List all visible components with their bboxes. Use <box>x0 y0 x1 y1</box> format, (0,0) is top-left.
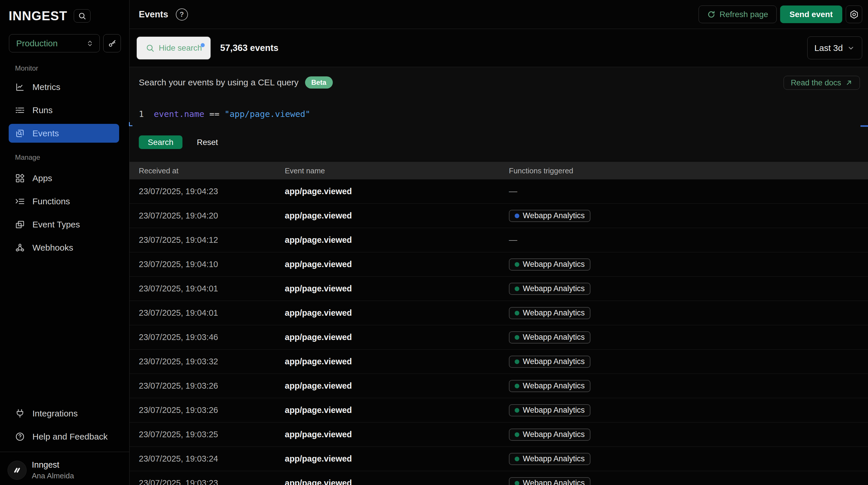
table-row[interactable]: 23/07/2025, 19:04:10 app/page.viewed Web… <box>129 252 868 277</box>
function-badge[interactable]: Webapp Analytics <box>509 258 590 270</box>
time-range-value: Last 3d <box>814 43 843 53</box>
event-name-cell: app/page.viewed <box>285 211 509 221</box>
search-icon <box>146 44 155 53</box>
cel-query-editor[interactable]: 1 event.name == "app/page.viewed" <box>139 109 310 119</box>
events-count: 57,363 events <box>220 43 278 53</box>
refresh-page-button[interactable]: Refresh page <box>699 5 777 23</box>
sidebar-item-metrics[interactable]: Metrics <box>9 78 119 96</box>
read-the-docs-button[interactable]: Read the docs <box>783 76 860 90</box>
event-name-cell: app/page.viewed <box>285 284 509 293</box>
column-received-at: Received at <box>139 166 285 175</box>
beta-badge: Beta <box>305 77 333 89</box>
key-icon <box>108 39 117 48</box>
sidebar-item-label: Functions <box>32 197 70 206</box>
table-row[interactable]: 23/07/2025, 19:03:32 app/page.viewed Web… <box>129 349 868 374</box>
sidebar-item-webhooks[interactable]: Webhooks <box>9 238 119 257</box>
sidebar-item-apps[interactable]: Apps <box>9 169 119 188</box>
function-badge-label: Webapp Analytics <box>523 430 585 439</box>
functions-icon <box>15 197 25 206</box>
column-event-name: Event name <box>285 166 509 175</box>
event-keys-button[interactable] <box>103 34 121 52</box>
function-badge-label: Webapp Analytics <box>523 284 585 293</box>
manage-section-label: Manage <box>15 153 40 162</box>
function-badge-label: Webapp Analytics <box>523 260 585 269</box>
table-row[interactable]: 23/07/2025, 19:04:12 app/page.viewed — <box>129 228 868 252</box>
table-row[interactable]: 23/07/2025, 19:04:23 app/page.viewed — <box>129 179 868 204</box>
function-status-dot <box>515 311 519 315</box>
function-badge[interactable]: Webapp Analytics <box>509 429 590 441</box>
sidebar-item-help-feedback[interactable]: Help and Feedback <box>9 427 119 446</box>
cel-query-text: event.name == "app/page.viewed" <box>154 109 310 119</box>
page-header: Events ? Refresh page Send event <box>129 0 868 29</box>
table-row[interactable]: 23/07/2025, 19:04:01 app/page.viewed Web… <box>129 277 868 301</box>
received-at-cell: 23/07/2025, 19:03:26 <box>139 405 285 415</box>
received-at-cell: 23/07/2025, 19:03:32 <box>139 357 285 366</box>
send-event-label: Send event <box>789 10 833 19</box>
hide-search-button[interactable]: Hide search <box>136 36 211 60</box>
function-badge[interactable]: Webapp Analytics <box>509 307 590 319</box>
event-name-cell: app/page.viewed <box>285 235 509 245</box>
function-badge-label: Webapp Analytics <box>523 357 585 366</box>
account-org-name: Inngest <box>32 460 74 470</box>
reset-button[interactable]: Reset <box>197 138 218 147</box>
global-search-button[interactable] <box>74 9 91 23</box>
send-event-button[interactable]: Send event <box>780 5 842 23</box>
function-badge[interactable]: Webapp Analytics <box>509 210 590 222</box>
table-row[interactable]: 23/07/2025, 19:03:23 app/page.viewed Web… <box>129 471 868 485</box>
function-badge[interactable]: Webapp Analytics <box>509 477 590 485</box>
event-name-cell: app/page.viewed <box>285 381 509 391</box>
received-at-cell: 23/07/2025, 19:04:10 <box>139 260 285 269</box>
sidebar-item-label: Event Types <box>32 220 80 229</box>
function-badge[interactable]: Webapp Analytics <box>509 404 590 417</box>
sidebar: INNGEST Production Monitor <box>0 0 129 485</box>
sidebar-item-functions[interactable]: Functions <box>9 192 119 211</box>
received-at-cell: 23/07/2025, 19:03:24 <box>139 454 285 464</box>
function-badge[interactable]: Webapp Analytics <box>509 331 590 343</box>
sidebar-item-runs[interactable]: Runs <box>9 101 119 119</box>
table-row[interactable]: 23/07/2025, 19:03:24 app/page.viewed Web… <box>129 447 868 471</box>
help-circle-icon <box>15 432 25 441</box>
cel-panel-title: Search your events by using a CEL query <box>139 78 299 87</box>
gear-icon <box>849 10 859 19</box>
settings-button[interactable] <box>846 5 862 23</box>
sidebar-item-integrations[interactable]: Integrations <box>9 404 119 423</box>
received-at-cell: 23/07/2025, 19:03:25 <box>139 430 285 439</box>
function-badge[interactable]: Webapp Analytics <box>509 380 590 392</box>
page-help-icon[interactable]: ? <box>176 8 188 21</box>
table-row[interactable]: 23/07/2025, 19:03:25 app/page.viewed Web… <box>129 423 868 447</box>
sidebar-item-events[interactable]: Events <box>9 124 119 143</box>
environment-selector[interactable]: Production <box>9 34 100 52</box>
inngest-logo: INNGEST <box>9 9 67 23</box>
sidebar-item-event-types[interactable]: Event Types <box>9 215 119 234</box>
refresh-icon <box>707 10 716 19</box>
time-range-dropdown[interactable]: Last 3d <box>807 36 862 59</box>
question-glyph: ? <box>180 10 184 19</box>
table-row[interactable]: 23/07/2025, 19:03:46 app/page.viewed Web… <box>129 325 868 349</box>
page-title: Events <box>139 9 168 20</box>
function-badge-label: Webapp Analytics <box>523 406 585 415</box>
function-status-dot <box>515 360 519 364</box>
metrics-chart-icon <box>15 82 25 92</box>
table-row[interactable]: 23/07/2025, 19:03:26 app/page.viewed Web… <box>129 398 868 423</box>
account-menu[interactable]: Inngest Ana Almeida <box>7 460 74 480</box>
event-name-cell: app/page.viewed <box>285 454 509 464</box>
selector-chevrons-icon <box>86 40 94 47</box>
apps-grid-icon <box>15 173 25 183</box>
table-header-row: Received at Event name Functions trigger… <box>129 162 868 179</box>
event-name-cell: app/page.viewed <box>285 430 509 439</box>
table-row[interactable]: 23/07/2025, 19:04:01 app/page.viewed Web… <box>129 301 868 325</box>
function-badge[interactable]: Webapp Analytics <box>509 453 590 465</box>
line-number: 1 <box>139 109 154 119</box>
function-badge[interactable]: Webapp Analytics <box>509 283 590 295</box>
function-status-dot <box>515 213 519 218</box>
monitor-section-label: Monitor <box>15 64 38 72</box>
function-status-dot <box>515 408 519 413</box>
search-submit-button[interactable]: Search <box>139 136 182 149</box>
cel-search-panel: Search your events by using a CEL query … <box>129 67 868 162</box>
events-table: Received at Event name Functions trigger… <box>129 162 868 485</box>
table-row[interactable]: 23/07/2025, 19:03:26 app/page.viewed Web… <box>129 374 868 398</box>
function-badge[interactable]: Webapp Analytics <box>509 355 590 368</box>
events-search-icon <box>15 129 25 138</box>
event-name-cell: app/page.viewed <box>285 333 509 342</box>
table-row[interactable]: 23/07/2025, 19:04:20 app/page.viewed Web… <box>129 204 868 228</box>
